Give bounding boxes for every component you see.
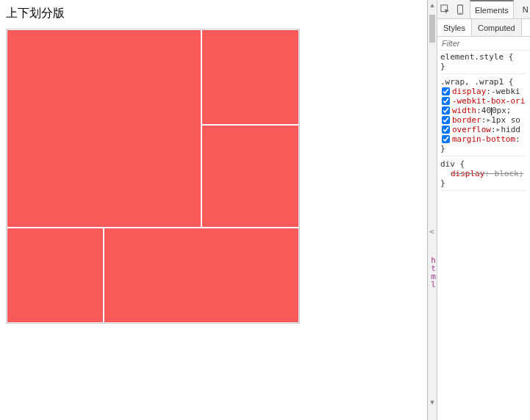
scroll-down-icon[interactable]: ▼ (428, 397, 437, 407)
expand-icon[interactable]: ▶ (496, 126, 501, 133)
selector-wrap: .wrap, .wrap1 (440, 77, 504, 87)
selector-div: div (440, 159, 455, 169)
styles-filter-input[interactable] (442, 39, 526, 48)
styles-tabbar: Styles Computed (437, 19, 530, 37)
brace-close: } (440, 62, 445, 71)
gutter-bracket: < (429, 227, 434, 236)
decl-display[interactable]: display: -webki (440, 87, 527, 96)
page-content: 上下划分版 (0, 0, 427, 420)
rule-element-style[interactable]: element.style { } (440, 52, 527, 74)
cell-mid-right (201, 125, 299, 228)
decl-width[interactable]: width: 400px; (440, 106, 527, 115)
toggle-webkit-box-orient[interactable] (442, 97, 450, 105)
cell-bottom-right (104, 228, 299, 323)
col-top-right (201, 29, 299, 228)
expand-icon[interactable]: ▶ (486, 117, 491, 123)
decl-div-display[interactable]: display: block; (440, 169, 527, 178)
decl-webkit-box-orient[interactable]: -webkit-box-ori (440, 96, 527, 106)
row-bottom (7, 228, 299, 323)
decl-border[interactable]: border:▶ 1px so (440, 115, 527, 125)
cell-bottom-left (7, 228, 104, 323)
svg-point-2 (459, 12, 460, 12)
cell-top-right (201, 29, 299, 125)
rule-div[interactable]: div { display: block; } (440, 159, 527, 191)
device-icon[interactable] (455, 4, 465, 15)
scroll-thumb[interactable] (429, 15, 435, 43)
styles-body: element.style { } .wrap, .wrap1 { displa… (437, 51, 530, 420)
decl-margin-bottom[interactable]: margin-bottom: (440, 134, 527, 144)
toggle-border[interactable] (442, 116, 450, 124)
tab-elements[interactable]: Elements (470, 0, 514, 18)
selector-element-style: element.style (440, 52, 504, 62)
devtools-main: Elements N Styles Computed element.style… (437, 0, 530, 420)
brace-open: { (509, 52, 514, 62)
tab-next[interactable]: N (518, 0, 530, 18)
toggle-width[interactable] (442, 106, 450, 115)
toggle-margin-bottom[interactable] (442, 135, 450, 143)
scroll-up-icon[interactable]: ▲ (428, 0, 437, 10)
page-title: 上下划分版 (6, 6, 421, 21)
devtools-tabbar: Elements N (437, 0, 530, 19)
cell-top-left (7, 29, 201, 228)
decl-overflow[interactable]: overflow:▶ hidd (440, 125, 527, 134)
page-scrollbar[interactable]: ▲ < html ▼ (428, 0, 437, 420)
wrap-container (6, 29, 300, 324)
subtab-styles[interactable]: Styles (437, 19, 472, 36)
row-top (7, 29, 299, 228)
rule-wrap[interactable]: .wrap, .wrap1 { display: -webki -webkit-… (440, 77, 527, 156)
inspect-icon[interactable] (440, 4, 451, 15)
devtools-panel: ▲ < html ▼ Elements N Styles Computed el… (427, 0, 530, 420)
filter-row (437, 37, 530, 51)
toggle-display[interactable] (442, 87, 450, 95)
subtab-computed[interactable]: Computed (472, 19, 522, 36)
toggle-overflow[interactable] (442, 126, 450, 134)
